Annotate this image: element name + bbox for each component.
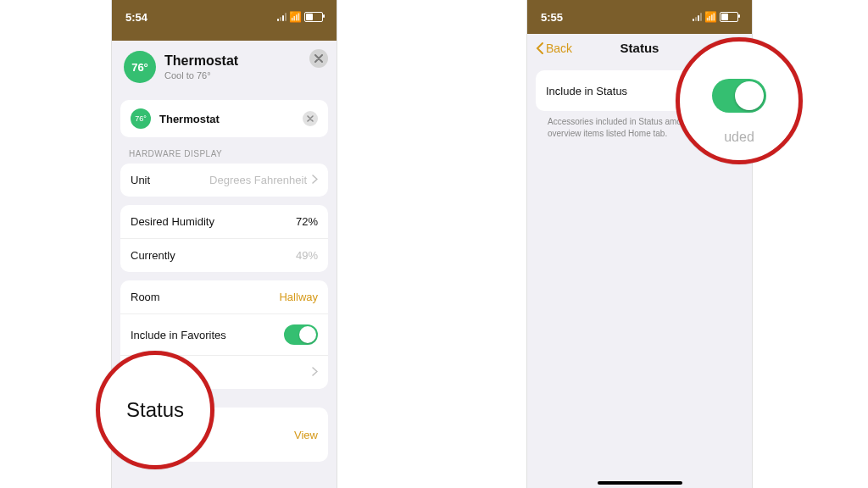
back-button[interactable]: Back (536, 42, 572, 55)
status-time: 5:55 (541, 11, 563, 24)
cell-signal-icon (693, 13, 702, 21)
desired-humidity-label: Desired Humidity (131, 215, 214, 228)
unit-label: Unit (131, 174, 150, 186)
section-hardware-display: HARDWARE DISPLAY (129, 149, 328, 158)
battery-icon (304, 12, 323, 22)
favorites-toggle[interactable] (284, 324, 318, 345)
accessory-header: 76° Thermostat Cool to 76° (112, 41, 337, 92)
magnified-toggle (712, 79, 766, 113)
back-label: Back (546, 42, 572, 55)
room-label: Room (131, 291, 160, 303)
mini-temp-badge: 76° (131, 108, 151, 129)
unit-value: Degrees Fahrenheit (209, 174, 307, 186)
close-icon (314, 54, 323, 63)
app-view-link[interactable]: View (294, 429, 318, 441)
nav-title: Status (620, 41, 659, 55)
chevron-right-icon (312, 174, 318, 186)
close-button[interactable] (309, 49, 328, 68)
clear-button[interactable] (303, 111, 318, 126)
name-field-card[interactable]: 76° Thermostat (120, 100, 328, 137)
desired-humidity-value: 72% (296, 215, 318, 228)
ios-status-bar: 5:55 📶 (527, 0, 752, 34)
magnified-status-text: Status (126, 398, 184, 422)
name-field-label: Thermostat (159, 113, 303, 125)
desired-humidity-row[interactable]: Desired Humidity 72% (120, 205, 328, 238)
favorites-label: Include in Favorites (131, 329, 226, 341)
ios-status-bar: 5:54 📶 (112, 0, 337, 34)
close-icon (307, 115, 314, 122)
highlight-include-toggle: uded (676, 37, 803, 164)
chevron-left-icon (536, 42, 543, 54)
favorites-row[interactable]: Include in Favorites (120, 313, 328, 355)
current-humidity-row: Currently 49% (120, 238, 328, 272)
home-indicator[interactable] (598, 481, 682, 485)
status-time: 5:54 (125, 11, 147, 24)
include-in-status-label: Include in Status (546, 85, 627, 97)
status-right: 📶 (277, 11, 323, 23)
magnified-overflow-text: uded (724, 130, 754, 145)
cell-signal-icon (277, 13, 287, 21)
accessory-title: Thermostat (164, 53, 238, 69)
battery-icon (720, 12, 738, 22)
unit-row[interactable]: Unit Degrees Fahrenheit (120, 164, 328, 197)
current-humidity-value: 49% (296, 249, 318, 262)
current-humidity-label: Currently (131, 249, 175, 262)
accessory-subtitle: Cool to 76° (164, 70, 238, 80)
temperature-badge: 76° (124, 51, 156, 83)
room-row[interactable]: Room Hallway (120, 280, 328, 313)
wifi-icon: 📶 (289, 11, 302, 23)
highlight-status-row: Status (96, 351, 214, 469)
room-value: Hallway (279, 291, 318, 303)
chevron-right-icon (312, 366, 318, 379)
status-right: 📶 (693, 11, 738, 23)
wifi-icon: 📶 (704, 11, 717, 23)
